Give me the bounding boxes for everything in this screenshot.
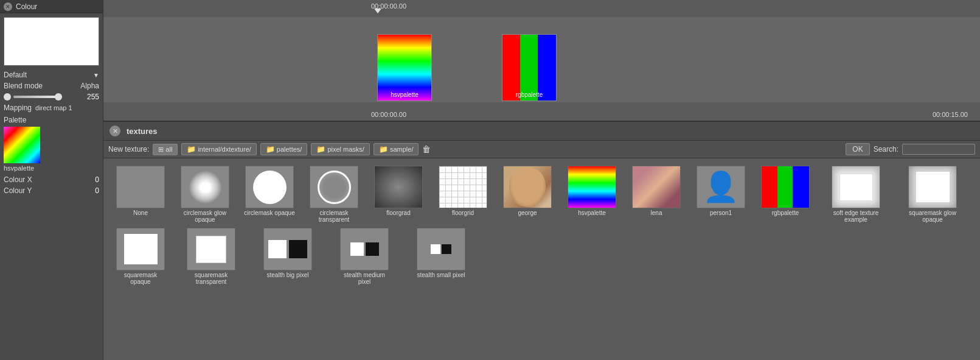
squaremask-glow-box-shape [916, 172, 950, 202]
palette-swatch[interactable] [4, 127, 40, 163]
texture-thumb-floorgrad [374, 166, 423, 208]
left-panel: ✕ Colour Default ▼ Blend mode Alpha 255 … [0, 0, 103, 360]
texture-name-stealth-big: stealth big pixel [267, 272, 309, 278]
texture-panel-title: textures [127, 127, 158, 136]
texture-thumb-circlemask-glow [181, 166, 229, 208]
blend-mode-row: Blend mode Alpha [0, 80, 103, 91]
texture-name-circlemask-transparent: circlemask transparent [307, 210, 361, 223]
texture-toolbar: New texture: ⊞ all 📁 internal/dxtexture/… [103, 141, 980, 158]
alpha-value: 255 [87, 93, 99, 101]
texture-thumb-circlemask-opaque [245, 166, 294, 208]
texture-name-squaremask-glow: squaremask glow opaque [905, 210, 960, 223]
main-area: 00:00:00.00 hsvpalette rgbpalette 00:00:… [103, 0, 980, 360]
opaque-circle-shape [253, 171, 287, 204]
texture-name-person1: person1 [710, 210, 732, 216]
texture-thumb-george [503, 166, 552, 208]
texture-name-stealth-medium: stealth medium pixel [337, 272, 392, 285]
texture-item-circlemask-transparent[interactable]: circlemask transparent [307, 166, 361, 223]
texture-thumb-squaremask-transparent [187, 228, 235, 270]
alpha-slider[interactable] [13, 96, 62, 98]
soft-edge-box-shape [839, 174, 873, 201]
texture-name-floorgrid: floorgrid [452, 210, 474, 216]
stealth-med-white [350, 242, 364, 256]
texture-name-hsvpalette: hsvpalette [578, 210, 606, 216]
texture-name-circlemask-opaque: circlemask opaque [244, 210, 294, 216]
tab-palettes-label: palettes/ [277, 146, 302, 153]
texture-thumb-person1: 👤 [697, 166, 745, 208]
mapping-label: Mapping [4, 104, 32, 112]
timeline: 00:00:00.00 hsvpalette rgbpalette 00:00:… [103, 0, 980, 122]
texture-item-soft-edge[interactable]: soft edge texture example [822, 166, 889, 223]
texture-thumb-stealth-small [417, 228, 465, 270]
close-icon[interactable]: ✕ [4, 2, 12, 11]
colour-panel-titlebar: ✕ Colour [0, 0, 103, 13]
texture-item-stealth-small[interactable]: stealth small pixel [408, 228, 474, 278]
texture-grid: None circlemask glow opaque circlemask o… [103, 158, 980, 292]
tab-pixel-masks[interactable]: 📁 pixel masks/ [311, 143, 370, 155]
texture-thumb-lena [632, 166, 681, 208]
texture-name-lena: lena [651, 210, 662, 216]
texture-item-floorgrad[interactable]: floorgrad [371, 166, 426, 216]
tab-pixel-masks-label: pixel masks/ [327, 146, 364, 153]
mapping-value: direct map 1 [35, 104, 72, 111]
person-silhouette-icon: 👤 [703, 172, 739, 202]
texture-close-icon[interactable]: ✕ [109, 125, 120, 136]
texture-item-circlemask-glow[interactable]: circlemask glow opaque [178, 166, 232, 223]
folder-icon-2: 📁 [266, 145, 275, 154]
folder-icon-1: 📁 [187, 145, 196, 154]
texture-thumb-soft-edge [832, 166, 880, 208]
panel-title: Colour [16, 2, 37, 11]
alpha-dot-icon [4, 93, 11, 101]
tab-sample[interactable]: 📁 sample/ [374, 143, 419, 155]
texture-item-lena[interactable]: lena [629, 166, 684, 216]
texture-item-stealth-medium[interactable]: stealth medium pixel [331, 228, 398, 285]
texture-item-none[interactable]: None [113, 166, 168, 216]
tab-all[interactable]: ⊞ all [153, 144, 178, 155]
timeline-clip-rgbpalette[interactable]: rgbpalette [502, 34, 557, 101]
timeline-track[interactable]: hsvpalette rgbpalette [103, 17, 980, 102]
folder-icon-3: 📁 [316, 145, 325, 154]
folder-icon-4: 📁 [379, 145, 388, 154]
stealth-sm-white [431, 244, 440, 254]
glow-circle-shape [189, 171, 222, 204]
texture-item-squaremask-glow[interactable]: squaremask glow opaque [899, 166, 966, 223]
colour-y-label: Colour Y [4, 186, 32, 195]
colour-x-row: Colour X 0 [0, 174, 103, 185]
texture-item-stealth-big[interactable]: stealth big pixel [254, 228, 321, 278]
timeline-timecode-bottom-right: 00:00:15.00 [933, 111, 968, 118]
texture-item-hsvpalette[interactable]: hsvpalette [565, 166, 619, 216]
stealth-sm-black [442, 244, 451, 254]
texture-thumb-rgbpalette [761, 166, 810, 208]
texture-thumb-stealth-medium [340, 228, 389, 270]
colour-y-row: Colour Y 0 [0, 185, 103, 196]
texture-panel-header: ✕ textures [103, 122, 980, 141]
texture-thumb-hsvpalette [568, 166, 616, 208]
tab-internal-label: internal/dxtexture/ [198, 146, 251, 153]
default-row: Default ▼ [0, 69, 103, 80]
default-label: Default [4, 71, 27, 79]
stealth-big-white [268, 240, 287, 258]
texture-item-rgbpalette[interactable]: rgbpalette [758, 166, 813, 216]
texture-item-george[interactable]: george [500, 166, 555, 216]
colour-x-label: Colour X [4, 175, 32, 184]
stealth-med-black [366, 242, 379, 256]
timeline-playhead[interactable] [374, 9, 381, 13]
texture-item-floorgrid[interactable]: floorgrid [436, 166, 490, 216]
texture-thumb-floorgrid [439, 166, 487, 208]
search-input[interactable] [902, 144, 975, 155]
tab-palettes[interactable]: 📁 palettes/ [260, 143, 308, 155]
blend-mode-value: Alpha [80, 82, 99, 90]
stealth-big-black [289, 240, 307, 258]
delete-icon[interactable]: 🗑 [422, 144, 431, 154]
tab-sample-label: sample/ [390, 146, 414, 153]
texture-item-person1[interactable]: 👤 person1 [693, 166, 748, 216]
texture-name-circlemask-glow: circlemask glow opaque [178, 210, 232, 223]
ok-button[interactable]: OK [846, 143, 869, 155]
tab-internal-dxtexture[interactable]: 📁 internal/dxtexture/ [181, 143, 256, 155]
texture-item-squaremask-opaque[interactable]: squaremask opaque [113, 228, 168, 285]
texture-name-squaremask-transparent: squaremask transparent [184, 272, 238, 285]
texture-item-circlemask-opaque[interactable]: circlemask opaque [242, 166, 297, 216]
texture-item-squaremask-transparent[interactable]: squaremask transparent [178, 228, 245, 285]
texture-panel: ✕ textures New texture: ⊞ all 📁 internal… [103, 122, 980, 360]
timeline-clip-hsvpalette[interactable]: hsvpalette [377, 34, 432, 101]
